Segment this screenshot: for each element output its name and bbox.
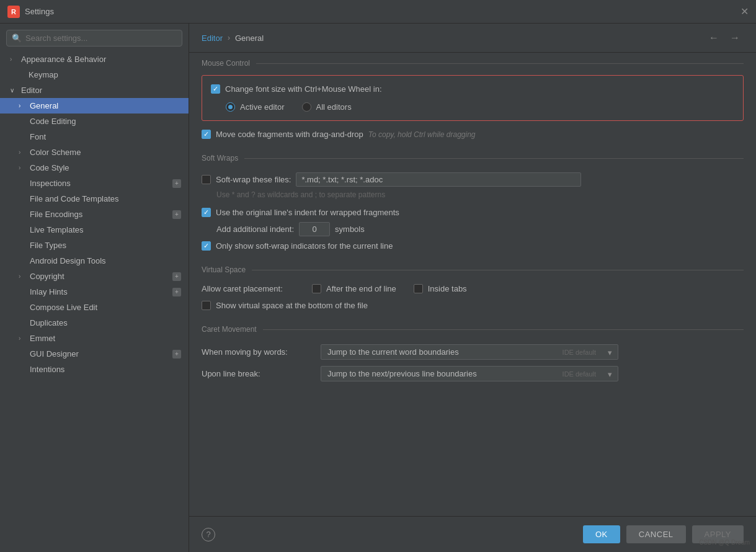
additional-indent-input[interactable] (299, 222, 330, 236)
arrow-icon: › (19, 164, 26, 171)
breadcrumb-current: General (235, 33, 264, 43)
badge-icon: + (172, 288, 181, 296)
soft-wrap-input[interactable] (296, 172, 581, 187)
original-indent-checkbox[interactable] (202, 208, 211, 217)
sidebar-item-general[interactable]: › General (0, 98, 189, 114)
badge-icon: + (172, 272, 181, 281)
sidebar-item-label: Live Templates (30, 225, 83, 234)
original-indent-row: Use the original line's indent for wrapp… (202, 205, 744, 220)
sidebar-item-file-types[interactable]: File Types (0, 238, 189, 253)
sidebar-item-color-scheme[interactable]: › Color Scheme (0, 145, 189, 160)
move-code-row: Move code fragments with drag-and-drop T… (202, 127, 744, 141)
active-editor-label: Active editor (240, 102, 285, 112)
move-code-hint: To copy, hold Ctrl while dragging (368, 130, 476, 139)
original-indent-label: Use the original line's indent for wrapp… (216, 208, 399, 217)
help-button[interactable]: ? (202, 528, 215, 541)
all-editors-radio[interactable] (302, 102, 311, 112)
caret-movement-header: Caret Movement (202, 325, 744, 334)
back-button[interactable]: ← (705, 31, 723, 45)
section-title: Mouse Control (202, 59, 250, 68)
cancel-button[interactable]: CANCEL (626, 525, 686, 543)
show-virtual-row: Show virtual space at the bottom of the … (202, 298, 744, 313)
sidebar-item-label: Android Design Tools (30, 256, 106, 265)
allow-caret-label: Allow caret placement: (202, 284, 301, 293)
arrow-icon: › (19, 149, 26, 156)
sidebar-item-live-templates[interactable]: Live Templates (0, 222, 189, 238)
allow-caret-row: Allow caret placement: After the end of … (202, 282, 744, 296)
header-line (263, 329, 744, 330)
sidebar-item-duplicates[interactable]: Duplicates (0, 315, 189, 331)
sidebar-item-label: Code Editing (30, 117, 76, 126)
sidebar-item-code-style[interactable]: › Code Style (0, 160, 189, 176)
virtual-space-header: Virtual Space (202, 265, 744, 274)
after-end-label: After the end of line (326, 284, 396, 293)
main-content: 🔍 › Appearance & Behavior Keymap ∨ Edito… (0, 24, 756, 552)
additional-indent-row: Add additional indent: symbols (202, 220, 744, 239)
line-break-row: Upon line break: Jump to the next/previo… (202, 363, 744, 385)
search-box[interactable]: 🔍 (6, 30, 182, 47)
sidebar-item-intentions[interactable]: Intentions (0, 362, 189, 377)
move-code-checkbox[interactable] (202, 130, 211, 139)
ok-button[interactable]: OK (583, 525, 620, 543)
header-line (244, 158, 744, 159)
sidebar-item-code-editing[interactable]: Code Editing (0, 114, 189, 129)
sidebar-item-label: Inlay Hints (30, 287, 68, 296)
header-line (256, 63, 744, 64)
breadcrumb-parent[interactable]: Editor (202, 33, 223, 43)
sidebar-item-file-encodings[interactable]: File Encodings + (0, 207, 189, 222)
sidebar-item-label: Appearance & Behavior (21, 55, 106, 64)
sidebar-item-label: Emmet (30, 334, 55, 343)
arrow-icon: › (19, 102, 26, 109)
active-editor-radio[interactable] (226, 102, 235, 112)
soft-wrap-files-row: Soft-wrap these files: (202, 170, 744, 189)
sidebar-item-gui-designer[interactable]: GUI Designer + (0, 346, 189, 362)
watermark: CSDN @Q Dream (699, 539, 750, 546)
soft-wraps-section: Soft Wraps Soft-wrap these files: Use * … (202, 154, 744, 253)
inside-tabs-checkbox[interactable] (414, 284, 423, 293)
only-show-label: Only show soft-wrap indicators for the c… (216, 241, 393, 251)
sidebar-item-editor[interactable]: ∨ Editor (0, 82, 189, 98)
after-end-checkbox[interactable] (312, 284, 321, 293)
sidebar-item-inlay-hints[interactable]: Inlay Hints + (0, 284, 189, 300)
sidebar-item-label: Color Scheme (30, 148, 81, 157)
sidebar-item-label: GUI Designer (30, 349, 79, 358)
show-virtual-label: Show virtual space at the bottom of the … (216, 301, 368, 310)
only-show-checkbox[interactable] (202, 241, 211, 251)
sidebar-item-android-design-tools[interactable]: Android Design Tools (0, 253, 189, 269)
mouse-control-highlight-box: Change font size with Ctrl+Mouse Wheel i… (202, 75, 744, 121)
sidebar-item-appearance[interactable]: › Appearance & Behavior (0, 51, 189, 67)
all-editors-label: All editors (316, 102, 352, 112)
window-title: Settings (25, 7, 54, 16)
soft-wrap-checkbox[interactable] (202, 175, 211, 184)
moving-words-hint: IDE default (563, 349, 596, 356)
header-line (252, 270, 744, 270)
close-button[interactable]: ✕ (740, 6, 749, 17)
sidebar-item-label: Copyright (30, 272, 64, 281)
breadcrumb: Editor › General ← → (189, 24, 756, 53)
arrow-icon: › (19, 335, 26, 342)
change-font-size-checkbox[interactable] (211, 84, 220, 94)
sidebar-item-inspections[interactable]: Inspections + (0, 176, 189, 191)
sidebar-item-keymap[interactable]: Keymap (0, 67, 189, 82)
settings-window: R Settings ✕ 🔍 › Appearance & Behavior K… (0, 0, 756, 552)
forward-button[interactable]: → (726, 31, 744, 45)
section-title: Virtual Space (202, 265, 246, 274)
sidebar-item-compose-live-edit[interactable]: Compose Live Edit (0, 300, 189, 315)
sidebar-item-copyright[interactable]: › Copyright + (0, 269, 189, 284)
breadcrumb-nav: ← → (705, 31, 744, 45)
sidebar-item-label: Font (30, 132, 46, 141)
show-virtual-checkbox[interactable] (202, 301, 211, 310)
sidebar-item-emmet[interactable]: › Emmet (0, 331, 189, 346)
soft-wrap-label: Soft-wrap these files: (216, 175, 291, 184)
sidebar-item-label: File and Code Templates (30, 194, 119, 203)
bottom-left: ? (202, 528, 215, 541)
change-font-size-label: Change font size with Ctrl+Mouse Wheel i… (225, 84, 382, 94)
line-break-label: Upon line break: (202, 369, 313, 378)
sidebar: 🔍 › Appearance & Behavior Keymap ∨ Edito… (0, 24, 189, 552)
app-icon: R (7, 6, 20, 18)
change-font-size-row: Change font size with Ctrl+Mouse Wheel i… (211, 82, 734, 96)
sidebar-item-font[interactable]: Font (0, 129, 189, 145)
arrow-icon: › (19, 273, 26, 280)
search-input[interactable] (25, 33, 177, 43)
sidebar-item-file-code-templates[interactable]: File and Code Templates (0, 191, 189, 207)
